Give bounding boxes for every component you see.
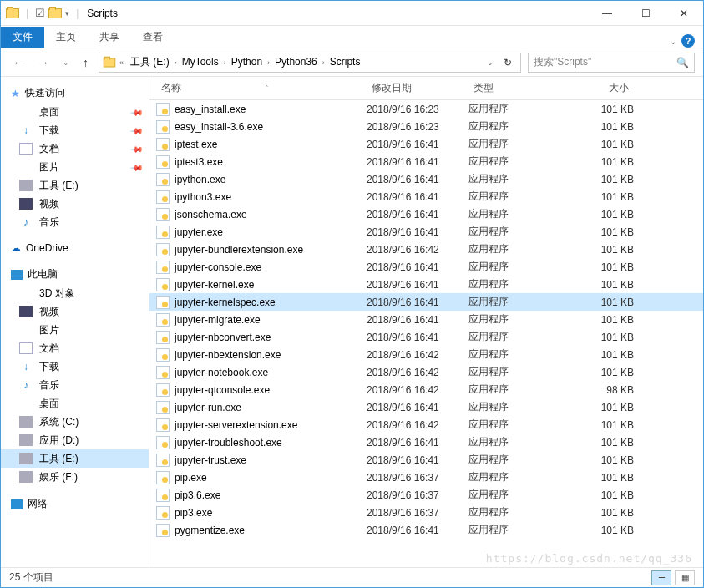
up-button[interactable]: ↑ (79, 53, 92, 73)
nav-item[interactable]: 娱乐 (F:) (1, 468, 149, 486)
file-row[interactable]: easy_install.exe2018/9/16 16:23应用程序101 K… (149, 100, 703, 118)
file-row[interactable]: pip3.6.exe2018/9/16 16:37应用程序101 KB (149, 486, 703, 504)
nav-item[interactable]: 图片 (1, 321, 149, 339)
recent-dropdown-icon[interactable]: ⌄ (59, 55, 73, 70)
file-row[interactable]: jupyter-console.exe2018/9/16 16:41应用程序10… (149, 258, 703, 276)
help-icon[interactable]: ? (681, 34, 695, 48)
nav-item[interactable]: ↓下载 (1, 357, 149, 376)
breadcrumb-segment[interactable]: 工具 (E:) (127, 54, 173, 69)
chevron-right-icon[interactable]: › (266, 58, 271, 67)
chevron-right-icon[interactable]: › (222, 58, 228, 67)
address-bar[interactable]: « 工具 (E:)›MyTools›Python›Python36›Script… (99, 53, 521, 73)
file-row[interactable]: jupyter-nbextension.exe2018/9/16 16:42应用… (149, 346, 703, 363)
file-row[interactable]: jupyter-migrate.exe2018/9/16 16:41应用程序10… (149, 311, 703, 328)
file-row[interactable]: iptest3.exe2018/9/16 16:41应用程序101 KB (149, 153, 703, 170)
file-date: 2018/9/16 16:41 (367, 437, 468, 449)
nav-item[interactable]: 文档📌 (1, 139, 149, 158)
maximize-button[interactable]: ☐ (626, 1, 665, 25)
address-history-icon[interactable]: ⌄ (485, 58, 495, 67)
file-row[interactable]: jupyter-run.exe2018/9/16 16:41应用程序101 KB (149, 398, 703, 416)
file-list[interactable]: easy_install.exe2018/9/16 16:23应用程序101 K… (149, 100, 703, 567)
nav-item[interactable]: 工具 (E:) (1, 449, 149, 468)
file-row[interactable]: ipython3.exe2018/9/16 16:41应用程序101 KB (149, 188, 703, 205)
nav-item-label: 图片 (39, 323, 59, 337)
ribbon-collapse-icon[interactable]: ⌄ (670, 37, 676, 46)
column-date[interactable]: 修改日期 (367, 81, 468, 95)
close-button[interactable]: ✕ (665, 1, 703, 25)
file-date: 2018/9/16 16:41 (367, 209, 468, 220)
file-row[interactable]: jupyter-kernelspec.exe2018/9/16 16:41应用程… (149, 293, 703, 311)
file-row[interactable]: jupyter-nbconvert.exe2018/9/16 16:41应用程序… (149, 328, 703, 346)
file-row[interactable]: pip3.exe2018/9/16 16:37应用程序101 KB (149, 504, 703, 521)
nav-item[interactable]: 3D 对象 (1, 284, 149, 302)
column-size[interactable]: 大小 (567, 81, 634, 95)
file-type: 应用程序 (468, 453, 567, 467)
nav-item[interactable]: 图片📌 (1, 158, 149, 176)
breadcrumb-segment[interactable]: Python (228, 54, 266, 69)
file-row[interactable]: jupyter-notebook.exe2018/9/16 16:42应用程序1… (149, 363, 703, 381)
breadcrumb-segment[interactable]: Python36 (271, 54, 321, 69)
file-row[interactable]: jupyter-serverextension.exe2018/9/16 16:… (149, 416, 703, 433)
file-row[interactable]: jupyter-kernel.exe2018/9/16 16:41应用程序101… (149, 276, 703, 293)
icons-view-button[interactable]: ▦ (675, 570, 695, 585)
file-row[interactable]: jsonschema.exe2018/9/16 16:41应用程序101 KB (149, 205, 703, 223)
file-row[interactable]: pygmentize.exe2018/9/16 16:41应用程序101 KB (149, 521, 703, 539)
nav-item-label: 桌面 (39, 105, 59, 119)
nav-item[interactable]: 应用 (D:) (1, 431, 149, 449)
this-pc-header[interactable]: 此电脑 (1, 265, 149, 284)
navigation-pane[interactable]: ★ 快速访问 桌面📌↓下载📌文档📌图片📌工具 (E:)视频♪音乐 ☁ OneDr… (1, 77, 149, 567)
file-size: 101 KB (567, 174, 634, 185)
file-row[interactable]: pip.exe2018/9/16 16:37应用程序101 KB (149, 469, 703, 486)
breadcrumb-segment[interactable]: Scripts (327, 54, 364, 69)
nav-item[interactable]: 文档 (1, 339, 149, 357)
back-button[interactable]: ← (9, 53, 28, 73)
column-type[interactable]: 类型 (468, 81, 567, 95)
nav-item[interactable]: 视频 (1, 195, 149, 213)
nav-item[interactable]: 工具 (E:) (1, 176, 149, 195)
nav-item[interactable]: ♪音乐 (1, 376, 149, 394)
breadcrumb-prefix[interactable]: « (118, 58, 125, 67)
quick-access-header[interactable]: ★ 快速访问 (1, 84, 149, 103)
file-date: 2018/9/16 16:41 (367, 174, 468, 185)
file-row[interactable]: ipython.exe2018/9/16 16:41应用程序101 KB (149, 170, 703, 188)
nav-item-label: 桌面 (39, 397, 59, 411)
file-row[interactable]: jupyter.exe2018/9/16 16:41应用程序101 KB (149, 223, 703, 241)
music-icon: ♪ (19, 379, 33, 391)
nav-item[interactable]: 视频 (1, 302, 149, 321)
file-type: 应用程序 (468, 190, 567, 204)
qat-dropdown-icon[interactable]: ▾ (65, 9, 69, 18)
network-item[interactable]: 网络 (1, 494, 149, 514)
file-row[interactable]: jupyter-trust.exe2018/9/16 16:41应用程序101 … (149, 451, 703, 469)
file-row[interactable]: easy_install-3.6.exe2018/9/16 16:23应用程序1… (149, 118, 703, 135)
chevron-right-icon[interactable]: › (173, 58, 179, 67)
file-date: 2018/9/16 16:42 (367, 244, 468, 256)
forward-button[interactable]: → (34, 53, 53, 73)
refresh-icon[interactable]: ↻ (499, 57, 517, 68)
nav-item[interactable]: ↓下载📌 (1, 121, 149, 139)
file-row[interactable]: iptest.exe2018/9/16 16:41应用程序101 KB (149, 135, 703, 153)
search-icon[interactable]: 🔍 (676, 57, 689, 68)
file-row[interactable]: jupyter-bundlerextension.exe2018/9/16 16… (149, 241, 703, 258)
column-name[interactable]: 名称˄ (156, 81, 367, 95)
ribbon-tab[interactable]: 共享 (88, 27, 131, 48)
details-view-button[interactable]: ☰ (651, 570, 671, 585)
file-name: pip3.6.exe (175, 489, 220, 501)
ribbon-tab[interactable]: 查看 (131, 27, 175, 48)
exe-icon (156, 383, 170, 397)
nav-item[interactable]: 桌面📌 (1, 103, 149, 121)
file-row[interactable]: jupyter-troubleshoot.exe2018/9/16 16:41应… (149, 433, 703, 451)
nav-item[interactable]: 系统 (C:) (1, 413, 149, 431)
chevron-right-icon[interactable]: › (321, 58, 327, 67)
breadcrumb-segment[interactable]: MyTools (179, 54, 222, 69)
ribbon-tab[interactable]: 主页 (44, 27, 88, 48)
file-name: pygmentize.exe (175, 525, 245, 536)
search-input[interactable]: 搜索"Scripts" 🔍 (528, 53, 695, 73)
onedrive-item[interactable]: ☁ OneDrive (1, 240, 149, 256)
file-row[interactable]: jupyter-qtconsole.exe2018/9/16 16:42应用程序… (149, 381, 703, 398)
checkbox-icon[interactable]: ☑ (35, 7, 45, 19)
nav-item[interactable]: 桌面 (1, 394, 149, 413)
open-folder-icon[interactable] (48, 8, 62, 18)
file-tab[interactable]: 文件 (1, 27, 44, 48)
minimize-button[interactable]: — (588, 1, 626, 25)
nav-item[interactable]: ♪音乐 (1, 213, 149, 231)
